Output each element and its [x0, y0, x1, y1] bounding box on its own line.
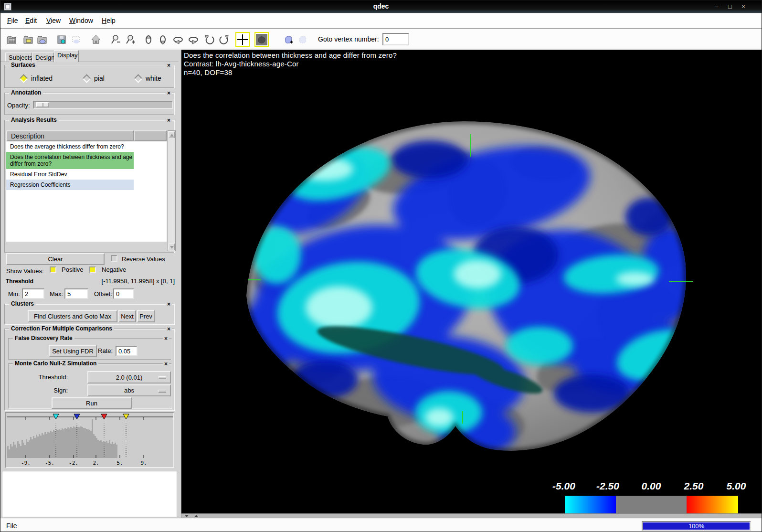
- analysis-result-row[interactable]: Does the correlation between thickness a…: [6, 152, 134, 169]
- surface-label-white: white: [146, 74, 161, 82]
- surfaces-group-title: Surfaces: [9, 62, 37, 68]
- home-view-icon[interactable]: [89, 32, 103, 47]
- close-button[interactable]: ×: [740, 3, 747, 11]
- save-label-icon[interactable]: [69, 32, 83, 47]
- save-data-table-icon[interactable]: [54, 32, 69, 47]
- dropdown-indicator-icon: [159, 390, 166, 392]
- analysis-results-group-title: Analysis Results: [9, 117, 59, 123]
- scrollbar-down-arrow-icon[interactable]: [169, 244, 175, 250]
- reverse-values-checkbox[interactable]: [111, 255, 117, 262]
- correction-group: Correction For Multiple Comparisons × Fa…: [4, 329, 175, 411]
- mc-sign-dropdown[interactable]: abs: [87, 384, 171, 396]
- rate-label: Rate:: [98, 347, 113, 354]
- threshold-label: Threshold: [6, 278, 33, 285]
- set-using-fdr-button[interactable]: Set Using FDR: [49, 345, 97, 357]
- description-column-header[interactable]: Description: [6, 130, 134, 141]
- load-data-table-icon[interactable]: [4, 32, 19, 47]
- remove-selection-icon[interactable]: [296, 32, 310, 47]
- surfaces-group-close-icon[interactable]: ×: [166, 62, 172, 69]
- negative-checkbox[interactable]: [89, 266, 96, 273]
- opacity-slider[interactable]: [33, 101, 173, 109]
- menu-edit[interactable]: Edit: [25, 17, 37, 24]
- load-label-icon[interactable]: [35, 32, 49, 47]
- rotate-cw-icon[interactable]: [217, 32, 231, 47]
- value-histogram[interactable]: -9.-5.-2.2.5.9.: [5, 412, 174, 468]
- rotate-up-icon[interactable]: [141, 32, 156, 47]
- correction-group-title: Correction For Multiple Comparisons: [9, 325, 114, 332]
- control-panel: SubjectsDesignDisplay Surfaces × inflate…: [0, 50, 179, 518]
- brain-surface-render[interactable]: [181, 50, 762, 513]
- minimize-button[interactable]: –: [713, 3, 720, 11]
- rotate-right-icon[interactable]: [186, 32, 201, 47]
- prev-cluster-button[interactable]: Prev: [137, 310, 155, 322]
- overlay-contrast: Contrast: lh-Avg-thickness-age-Cor: [184, 60, 397, 68]
- surface-viewer[interactable]: Does the correlation between thickness a…: [181, 50, 762, 513]
- colorbar-segment: [616, 496, 687, 513]
- scrollbar-up-arrow-icon[interactable]: [169, 131, 175, 138]
- scroll-right-arrow-icon[interactable]: [194, 515, 198, 517]
- rotate-down-icon[interactable]: [156, 32, 170, 47]
- opacity-slider-thumb[interactable]: [36, 102, 49, 107]
- goto-vertex-label: Goto vertex number:: [318, 35, 379, 43]
- fdr-rate-input[interactable]: [116, 346, 138, 356]
- progress-fill: 100%: [643, 522, 750, 530]
- surface-label-inflated: inflated: [31, 74, 53, 82]
- show-curvature-icon[interactable]: [254, 32, 269, 47]
- tab-subjects[interactable]: Subjects: [5, 53, 32, 62]
- analysis-result-row[interactable]: Does the average thickness differ from z…: [6, 141, 134, 152]
- max-input[interactable]: [64, 288, 88, 299]
- positive-checkbox[interactable]: [50, 266, 56, 273]
- rotate-ccw-icon[interactable]: [202, 32, 217, 47]
- analysis-result-row[interactable]: Residual Error StdDev: [6, 169, 134, 180]
- offset-input[interactable]: [113, 288, 134, 299]
- cursor-crosshair-icon[interactable]: [235, 32, 250, 47]
- annotation-group-close-icon[interactable]: ×: [166, 90, 172, 96]
- goto-vertex-input[interactable]: [382, 33, 409, 45]
- colorbar-segment: [687, 496, 738, 513]
- menu-view[interactable]: View: [46, 17, 61, 24]
- colorbar-tick-label: 0.00: [642, 480, 661, 492]
- zoom-in-icon[interactable]: [124, 32, 138, 47]
- monte-carlo-group-close-icon[interactable]: ×: [163, 361, 169, 367]
- add-selection-icon[interactable]: [281, 32, 296, 47]
- max-label: Max:: [50, 290, 63, 298]
- min-input[interactable]: [22, 288, 44, 299]
- surface-radio-inflated[interactable]: [19, 74, 28, 83]
- overlay-question: Does the correlation between thickness a…: [184, 51, 397, 60]
- surface-label-pial: pial: [94, 74, 105, 82]
- show-values-label: Show Values:: [6, 267, 44, 275]
- dropdown-indicator-icon: [159, 376, 166, 379]
- run-simulation-button[interactable]: Run: [52, 397, 132, 409]
- fdr-group-close-icon[interactable]: ×: [163, 335, 169, 342]
- analysis-results-group-close-icon[interactable]: ×: [166, 117, 172, 124]
- find-clusters-button[interactable]: Find Clusters and Goto Max: [28, 310, 117, 322]
- scroll-left-arrow-icon[interactable]: [185, 515, 189, 517]
- empty-column-header[interactable]: [134, 130, 167, 141]
- next-cluster-button[interactable]: Next: [118, 310, 136, 322]
- tab-design[interactable]: Design: [32, 53, 54, 62]
- menu-help[interactable]: Help: [102, 17, 116, 24]
- negative-label: Negative: [102, 266, 126, 273]
- maximize-button[interactable]: □: [726, 3, 734, 11]
- analysis-results-scrollbar[interactable]: [168, 130, 176, 251]
- svg-text:5.: 5.: [116, 460, 123, 466]
- menu-file[interactable]: File: [7, 17, 18, 24]
- view-scrollbar[interactable]: [181, 513, 762, 518]
- zoom-out-icon[interactable]: [109, 32, 123, 47]
- monte-carlo-group: Monte Carlo Null-Z Simulation × Threshol…: [8, 363, 172, 409]
- rotate-left-icon[interactable]: [171, 32, 185, 47]
- display-tab-body: Surfaces × inflatedpialwhite Annotation …: [0, 62, 179, 518]
- surface-radio-pial[interactable]: [82, 74, 91, 83]
- menu-bar: FileEditViewWindowHelp: [0, 13, 762, 28]
- svg-text:2.: 2.: [93, 460, 99, 466]
- correction-group-close-icon[interactable]: ×: [166, 326, 172, 332]
- menu-window[interactable]: Window: [69, 17, 93, 24]
- analysis-result-row[interactable]: Regression Coefficients: [6, 180, 134, 190]
- clusters-group-close-icon[interactable]: ×: [166, 301, 172, 308]
- surface-radio-white[interactable]: [134, 74, 142, 83]
- mc-threshold-dropdown[interactable]: 2.0 (0.01): [87, 371, 171, 383]
- load-project-file-icon[interactable]: [21, 32, 35, 47]
- clear-button[interactable]: Clear: [6, 253, 105, 265]
- mc-sign-label: Sign:: [26, 387, 68, 394]
- tab-display[interactable]: Display: [54, 50, 79, 62]
